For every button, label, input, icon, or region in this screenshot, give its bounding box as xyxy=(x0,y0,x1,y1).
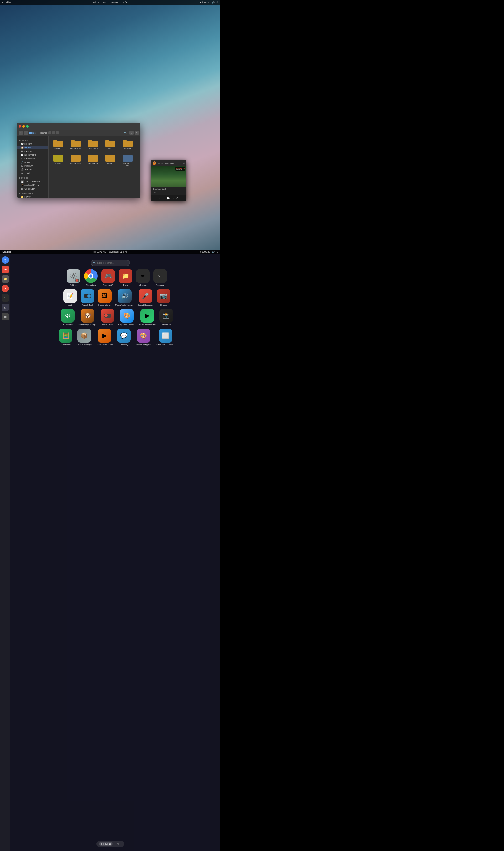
app-dconf[interactable]: dconf Editor xyxy=(101,309,114,326)
app-pulseaudio-label: PulseAudio Volum... xyxy=(115,304,134,306)
home-icon: 🏠 xyxy=(21,146,23,149)
fm-maximize-btn[interactable] xyxy=(26,125,29,128)
folder-item-recordings[interactable]: Recordings xyxy=(68,153,83,168)
folder-item-documents[interactable]: Documents xyxy=(68,138,83,151)
mp-prev-btn[interactable]: ⏮ xyxy=(163,196,166,199)
dock-terminal[interactable]: >_ xyxy=(2,294,9,302)
app-pulseaudio[interactable]: 🔊 PulseAudio Volum... xyxy=(115,289,134,306)
dock-mail[interactable]: ✉ xyxy=(2,266,9,273)
app-qt[interactable]: Qt Qt Designer xyxy=(61,309,75,326)
mp-play-btn[interactable]: ▶ xyxy=(167,196,170,200)
sidebar-item-downloads[interactable]: ⬇ Downloads xyxy=(17,157,48,160)
svg-rect-5 xyxy=(70,274,72,275)
settings-icon-1[interactable]: ⚙ xyxy=(216,1,218,4)
volume-icon-1[interactable]: 🔊 xyxy=(212,1,215,4)
left-dock: ◎ ✉ 📁 ✕ >_ ◐ ⊞ xyxy=(0,254,11,851)
trash-icon: 🗑 xyxy=(21,172,23,175)
folder-item-downloads[interactable]: Downloads xyxy=(85,138,101,151)
folder-item-public[interactable]: Public xyxy=(51,153,66,168)
app-elegance-label: Elegance Colors... xyxy=(118,324,135,326)
app-elegance[interactable]: 🎨 Elegance Colors... xyxy=(118,309,135,326)
activities-label-3[interactable]: Activities xyxy=(2,251,12,253)
folder-item-vbox[interactable]: VirtualBox VMs xyxy=(120,153,135,168)
folder-item-templates[interactable]: Templates xyxy=(85,153,101,168)
mp-shuffle-btn[interactable]: ⇄ xyxy=(159,196,161,199)
app-virtualbox[interactable]: ⬜ Oracle VM Virtual... xyxy=(157,329,175,346)
app-gimp[interactable]: 🐶 GNU Image Manip... xyxy=(78,309,97,326)
fm-close-btn[interactable] xyxy=(19,125,21,128)
fm-list-view-btn[interactable] xyxy=(52,131,55,135)
app-sound-recorder[interactable]: 🎤 Sound Recorder xyxy=(138,289,153,306)
sidebar-item-trash[interactable]: 🗑 Trash xyxy=(17,172,48,175)
dock-close[interactable]: ✕ xyxy=(2,285,9,292)
breadcrumb-home[interactable]: Home xyxy=(29,131,36,134)
volume-icon-3[interactable]: 🔊 xyxy=(212,251,215,253)
fm-search-btn[interactable]: 🔍 xyxy=(122,131,128,135)
sidebar-item-recent[interactable]: 🕐 Recent xyxy=(17,142,48,146)
fm-back-btn[interactable]: ‹ xyxy=(19,131,23,135)
app-terminal-label: Terminal xyxy=(156,284,164,287)
mp-progress-bar[interactable] xyxy=(152,191,185,191)
app-files[interactable]: 📁 Files xyxy=(119,269,132,287)
fm-forward-btn[interactable]: › xyxy=(24,131,28,135)
app-settings[interactable]: Settings xyxy=(67,269,80,287)
sidebar-item-volume[interactable]: 💾 1.0 TB Volume xyxy=(17,180,48,183)
tab-all[interactable]: All xyxy=(115,842,122,846)
settings-icon-3[interactable]: ⚙ xyxy=(216,251,218,253)
sidebar-item-computer[interactable]: 🖥 Computer xyxy=(17,187,48,191)
app-arista[interactable]: ▶ Arista Transcoder xyxy=(139,309,156,326)
app-screenshot[interactable]: 📸 Screenshot xyxy=(159,309,173,326)
folder-icon-videos xyxy=(105,154,115,161)
sidebar-item-home[interactable]: 🏠 Home xyxy=(17,146,48,149)
app-archive[interactable]: 📦 Archive Manager xyxy=(76,329,92,346)
sidebar-item-oliver[interactable]: 📁 Oliver xyxy=(17,195,48,198)
sidebar-item-desktop[interactable]: 🖥 Desktop xyxy=(17,149,48,153)
dock-grid[interactable]: ⊞ xyxy=(2,313,9,320)
dock-toggle[interactable]: ◐ xyxy=(2,304,9,311)
activities-label-1[interactable]: Activities xyxy=(2,1,12,4)
folder-item-music[interactable]: Music xyxy=(103,138,118,151)
inkscape-char: ✒ xyxy=(141,273,145,280)
app-terminal[interactable]: >_ Terminal xyxy=(153,269,167,287)
fm-sort-btn[interactable] xyxy=(56,131,59,135)
dock-files[interactable]: 📁 xyxy=(2,275,9,283)
mp-close-btn[interactable]: ✕ xyxy=(183,162,185,164)
dock-chromium-icon: ◎ xyxy=(4,259,6,262)
app-image-viewer[interactable]: 🖼 Image Viewer xyxy=(98,289,111,306)
app-inkscape[interactable]: ✒ Inkscape xyxy=(136,269,150,287)
folder-item-videos[interactable]: Videos xyxy=(103,153,118,168)
mp-album-art: BEETHOVEN The Best of xyxy=(151,166,186,187)
app-empathy[interactable]: 💬 Empathy xyxy=(117,329,131,346)
sidebar-item-music[interactable]: 🎵 Music xyxy=(17,160,48,164)
app-cheese[interactable]: 📷 Cheese xyxy=(157,289,170,306)
app-google-play-music[interactable]: ▶ Google Play Music xyxy=(96,329,113,346)
mp-repeat-btn[interactable]: ⇌ xyxy=(176,196,178,199)
app-pacman[interactable]: 🎮 PacmanXG xyxy=(101,269,115,287)
mp-info: Symphony No. 3 0:07 xyxy=(151,187,186,195)
fm-minimize-btn[interactable] xyxy=(22,125,25,128)
fm-grid-view-btn[interactable] xyxy=(48,131,51,135)
folder-item-pictures[interactable]: Pictures xyxy=(120,138,135,151)
app-tweak[interactable]: Tweak Tool xyxy=(80,289,94,306)
fm-close-x-btn[interactable]: ✕ xyxy=(135,131,139,135)
dock-terminal-icon: >_ xyxy=(4,297,6,299)
terminal-char: >_ xyxy=(158,274,162,278)
sidebar-item-pictures[interactable]: 🖼 Pictures xyxy=(17,164,48,168)
search-bar[interactable]: 🔍 xyxy=(91,260,130,266)
dock-chromium[interactable]: ◎ xyxy=(2,256,9,264)
mp-next-btn[interactable]: ⏭ xyxy=(172,196,174,199)
sidebar-item-documents[interactable]: 📄 Documents xyxy=(17,153,48,157)
breadcrumb-pictures[interactable]: Pictures xyxy=(39,131,47,134)
tab-frequent[interactable]: Frequent xyxy=(99,842,113,846)
search-input[interactable] xyxy=(97,262,128,264)
app-calculator[interactable]: 🧮 Calculator xyxy=(59,329,72,346)
app-theme[interactable]: 🎨 Theme Configurat... xyxy=(134,329,153,346)
app-chromium[interactable]: Chromium xyxy=(84,269,98,287)
folder-item-desktop[interactable]: Desktop xyxy=(51,138,66,151)
sidebar-item-android[interactable]: 📱 Android Phone xyxy=(17,183,48,187)
fm-menu-btn[interactable]: ⋮ xyxy=(129,131,133,135)
sidebar-item-videos[interactable]: 🎬 Videos xyxy=(17,168,48,172)
svg-rect-2 xyxy=(73,279,74,280)
app-gedit[interactable]: 📝 gedit xyxy=(63,289,77,306)
fm-breadcrumb: Home › Pictures xyxy=(29,131,47,134)
